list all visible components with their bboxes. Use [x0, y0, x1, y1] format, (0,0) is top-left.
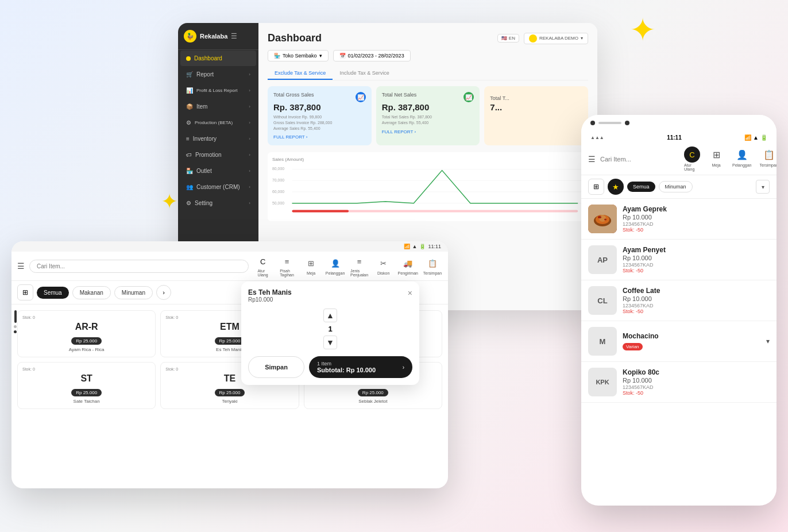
mobile-product-kopiko[interactable]: KPK Kopiko 80c Rp 10.000 1234567KAD Stok…	[581, 362, 777, 403]
metric-net-sales: Total Net Sales 📈 Rp. 387,800 Total Net …	[376, 86, 480, 145]
tablet-action-pengiriman[interactable]: 🚚 Pengiriman	[398, 257, 418, 275]
qty-value: 1	[328, 325, 332, 333]
mobile-action-tersimpan[interactable]: 📋 Tersimpan	[759, 147, 777, 171]
pisah-icon: ≡	[281, 255, 293, 268]
chevron-right-icon-inv: ›	[249, 136, 250, 141]
mobile-product-coffee-late[interactable]: CL Coffee Late Rp 10.000 1234567KAD Stok…	[581, 280, 777, 321]
sidebar-item-pl[interactable]: 📊 Profit & Loss Report ›	[180, 83, 256, 98]
menu-toggle-icon[interactable]: ☰	[231, 32, 237, 40]
mobile-scan-button[interactable]: ⊞	[588, 179, 604, 195]
star-filter-button[interactable]: ★	[608, 179, 624, 195]
meja-label: Meja	[307, 271, 315, 275]
chevron-right-icon-setting: ›	[249, 201, 250, 206]
tablet-action-pisah[interactable]: ≡ PisahTagihan	[277, 255, 297, 277]
sidebar-item-inventory-label: Inventory	[193, 136, 217, 142]
sidebar-item-promotion[interactable]: 🏷 Promotion ›	[180, 147, 256, 163]
ayam-geprek-image	[588, 205, 617, 233]
user-name: REKALABA DEMO	[539, 36, 578, 41]
mobile-action-atur[interactable]: C Atur Ulang	[684, 147, 700, 171]
qty-decrease-button[interactable]: ▼	[323, 336, 337, 349]
tablet-search-input[interactable]	[29, 260, 249, 273]
sidebar-item-production[interactable]: ⚙ Production (BETA) ›	[180, 115, 256, 130]
pisah-label: PisahTagihan	[280, 269, 294, 277]
date-filter[interactable]: 📅 01/02/2023 - 28/02/2023	[333, 50, 411, 61]
wifi-icon: 📶	[404, 244, 410, 249]
battery-mobile-icon: 🔋	[760, 134, 767, 141]
store-filter[interactable]: 🏪 Toko Sembako ▾	[268, 50, 329, 61]
mobile-search-input[interactable]	[600, 156, 679, 163]
mobile-product-mochacino[interactable]: M Mochacino Varian ▾	[581, 321, 777, 362]
pelanggan-label: Pelanggan	[326, 271, 345, 275]
sidebar-item-item[interactable]: 📦 Item ›	[180, 99, 256, 114]
product-st[interactable]: Stok: 0 ST Rp 25.000 Sate Taichan	[17, 362, 156, 409]
sidebar-item-outlet[interactable]: 🏪 Outlet ›	[180, 163, 256, 179]
filter-minuman[interactable]: Minuman	[114, 286, 153, 299]
mobile-product-ayam-penyet[interactable]: AP Ayam Penyet Rp 10.000 1234567KAD Stok…	[581, 240, 777, 280]
net-sales-title: Total Net Sales	[382, 92, 417, 98]
metric-total: Total T... 7...	[484, 86, 588, 145]
sidebar-item-report[interactable]: 🛒 Report ›	[180, 67, 256, 82]
top-right-controls: 🇺🇸 EN REKALABA DEMO ▾	[497, 33, 588, 44]
date-filter-label: 01/02/2023 - 28/02/2023	[348, 53, 404, 59]
tablet-action-atur[interactable]: C AturUlang	[253, 255, 273, 277]
mobile-filter-semua[interactable]: Semua	[627, 182, 655, 192]
subtotal-button[interactable]: 1 Item Subtotal: Rp 10.000 ›	[309, 356, 412, 378]
chevron-right-icon-crm: ›	[249, 184, 250, 190]
sidebar-item-crm[interactable]: 👥 Customer (CRM) ›	[180, 179, 256, 195]
mobile-action-pelanggan[interactable]: 👤 Pelanggan	[732, 147, 751, 171]
sidebar-logo: 🦆 Rekalaba ☰	[178, 23, 258, 50]
coffee-late-sku: 1234567KAD	[623, 303, 770, 309]
filter-makanan[interactable]: Makanan	[72, 286, 111, 299]
sidebar-item-setting-label: Setting	[195, 200, 213, 206]
tablet-action-meja[interactable]: ⊞ Meja	[302, 257, 321, 275]
dashboard-tabs: Exclude Tax & Service Include Tax & Serv…	[268, 67, 588, 80]
tablet-action-diskon[interactable]: ✂ Diskon	[374, 257, 393, 275]
product-price-2: Rp 25.000	[215, 337, 245, 345]
tablet-action-tersimpan[interactable]: 📋 Tersimpan	[423, 257, 442, 275]
exclamation-dot-2	[14, 330, 17, 333]
tablet-action-pelanggan[interactable]: 👤 Pelanggan	[326, 257, 345, 275]
popup-close-button[interactable]: ×	[408, 288, 412, 298]
star-decoration-1: ✦	[629, 11, 656, 48]
sidebar-item-item-label: Item	[196, 103, 207, 110]
outlet-icon: 🏪	[186, 168, 193, 174]
user-menu[interactable]: REKALABA DEMO ▾	[524, 33, 588, 44]
logo-icon: 🦆	[184, 30, 196, 43]
pelanggan-mobile-icon: 👤	[734, 147, 750, 163]
tablet-top-bar: ☰ C AturUlang ≡ PisahTagihan ⊞ Meja 👤 Pe…	[11, 252, 448, 281]
gross-sales-link[interactable]: FULL REPORT ›	[273, 134, 366, 140]
user-avatar	[529, 34, 537, 43]
simpan-button[interactable]: Simpan	[248, 356, 304, 378]
svg-text:70,000: 70,000	[272, 179, 284, 183]
item-icon: 📦	[186, 103, 193, 110]
sidebar-item-inventory[interactable]: ≡ Inventory ›	[180, 131, 256, 147]
store-icon: 🏪	[274, 53, 280, 59]
tablet-menu-icon[interactable]: ☰	[17, 261, 25, 271]
filter-semua[interactable]: Semua	[37, 287, 69, 299]
tab-exclude-tax[interactable]: Exclude Tax & Service	[268, 67, 333, 80]
chevron-right-icon-prod: ›	[249, 120, 250, 125]
expand-icon[interactable]: ▾	[766, 337, 770, 345]
sidebar-item-dashboard[interactable]: Dashboard	[180, 51, 256, 66]
mobile-filter-dropdown[interactable]: ▾	[756, 180, 770, 194]
popup-item-price: Rp10.000	[248, 296, 292, 303]
tab-include-tax[interactable]: Include Tax & Service	[333, 67, 396, 80]
mobile-action-meja[interactable]: ⊞ Meja	[708, 147, 724, 171]
language-selector[interactable]: 🇺🇸 EN	[497, 34, 519, 43]
net-sales-link[interactable]: FULL REPORT ›	[382, 129, 474, 134]
sidebar-item-setting[interactable]: ⚙ Setting ›	[180, 195, 256, 211]
mobile-filter-minuman[interactable]: Minuman	[659, 181, 693, 192]
mobile-menu-icon[interactable]: ☰	[588, 155, 596, 164]
setting-icon: ⚙	[186, 200, 191, 206]
scan-button[interactable]: ⊞	[17, 284, 33, 300]
product-ar-r[interactable]: Stok: 0 AR-R Rp 25.000 Ayam Rica - Rica	[17, 310, 156, 357]
qty-increase-button[interactable]: ▲	[323, 309, 337, 322]
crm-icon: 👥	[186, 184, 193, 190]
mobile-product-list: Ayam Geprek Rp 10.000 1234567KAD Stok: -…	[581, 199, 777, 506]
product-price-5: Rp 25.000	[215, 389, 245, 396]
mobile-product-ayam-geprek[interactable]: Ayam Geprek Rp 10.000 1234567KAD Stok: -…	[581, 199, 777, 240]
mobile-status-icons-right: 📶 ▲ 🔋	[744, 134, 767, 141]
calendar-icon: 📅	[339, 53, 346, 59]
filter-next[interactable]: ›	[156, 285, 171, 300]
tablet-action-jenis[interactable]: ≡ JenisPenjualan	[350, 255, 369, 277]
